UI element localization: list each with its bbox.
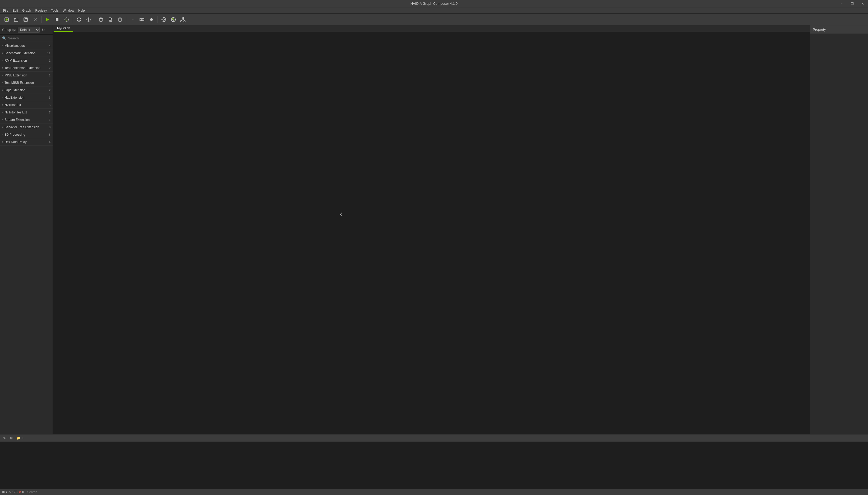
group-by-select[interactable]: Default Category Extension xyxy=(18,27,40,33)
menu-item-registry[interactable]: Registry xyxy=(33,7,49,14)
component-list: ›Miscellaneous4›Benchmark Extension11›RM… xyxy=(0,42,53,434)
list-item-count: 1 xyxy=(49,118,51,121)
main-content: Group by: Default Category Extension ↻ 🔍… xyxy=(0,25,868,434)
list-item-count: 8 xyxy=(49,125,51,129)
menu-item-edit[interactable]: Edit xyxy=(10,7,20,14)
svg-point-40 xyxy=(184,20,185,22)
list-item[interactable]: ›RMM Extension1 xyxy=(0,57,53,64)
svg-rect-4 xyxy=(24,18,27,19)
chevron-right-icon: › xyxy=(2,96,3,99)
graph-tab[interactable]: MyGraph xyxy=(54,25,73,32)
refresh-button[interactable]: ↻ xyxy=(41,27,46,33)
list-item[interactable]: ›TestBenchmarkExtension2 xyxy=(0,64,53,72)
status-count: 178 xyxy=(12,490,17,494)
list-item[interactable]: ›MISB Extension1 xyxy=(0,72,53,79)
title-bar: NVIDIA Graph Composer 4.1.0 − ❐ ✕ xyxy=(0,0,868,7)
menu-item-graph[interactable]: Graph xyxy=(20,7,33,14)
chevron-right-icon: › xyxy=(2,66,3,69)
svg-rect-23 xyxy=(142,18,144,21)
chevron-right-icon: › xyxy=(2,59,3,62)
list-item-count: 3 xyxy=(49,96,51,99)
list-item[interactable]: ›Behavior Tree Extension8 xyxy=(0,123,53,131)
chevron-right-icon: › xyxy=(2,44,3,47)
target1-button[interactable] xyxy=(159,15,169,24)
status-search-input[interactable] xyxy=(27,490,866,494)
status-error-icon: ⊗ xyxy=(18,490,21,494)
search-input[interactable] xyxy=(8,36,52,40)
new-button[interactable] xyxy=(2,15,11,24)
close-button[interactable]: ✕ xyxy=(857,0,868,7)
svg-rect-5 xyxy=(24,20,27,21)
open-button[interactable] xyxy=(12,15,21,24)
bottom-grid-button[interactable]: ⊞ xyxy=(8,435,14,441)
list-item[interactable]: ›Ucx Data Relay4 xyxy=(0,138,53,146)
svg-point-10 xyxy=(65,18,69,21)
bottom-edit-button[interactable]: ✎ xyxy=(2,435,7,441)
group-by-bar: Group by: Default Category Extension ↻ xyxy=(0,25,53,35)
list-item-label: 3D Processing xyxy=(4,133,48,136)
stop-button[interactable] xyxy=(53,15,61,24)
svg-point-26 xyxy=(163,19,165,20)
list-item[interactable]: ›Miscellaneous4 xyxy=(0,42,53,49)
delete-button[interactable] xyxy=(96,15,105,24)
branch-button[interactable] xyxy=(178,15,188,24)
list-item[interactable]: ›3D Processing8 xyxy=(0,131,53,138)
paste-button[interactable] xyxy=(116,15,124,24)
svg-point-39 xyxy=(180,20,182,22)
dot-button[interactable] xyxy=(147,15,156,24)
list-item-label: Miscellaneous xyxy=(4,44,48,48)
list-item-count: 4 xyxy=(49,140,51,143)
ellipsis-button2[interactable] xyxy=(138,15,146,24)
list-item[interactable]: ›Benchmark Extension11 xyxy=(0,49,53,57)
bottom-content xyxy=(0,442,868,489)
search-box: 🔍 xyxy=(0,35,53,42)
download-button[interactable] xyxy=(74,15,84,24)
list-item[interactable]: ›Stream Extension1 xyxy=(0,116,53,123)
upload-button[interactable] xyxy=(84,15,93,24)
list-item-count: 11 xyxy=(47,52,51,55)
bottom-folder-button[interactable]: 📁 xyxy=(15,435,21,441)
bottom-toolbar: ✎ ⊞ 📁 › xyxy=(0,434,868,442)
maximize-button[interactable]: ❐ xyxy=(847,0,857,7)
list-item-label: HttpExtension xyxy=(4,96,48,99)
menu-item-help[interactable]: Help xyxy=(76,7,87,14)
close-graph-button[interactable] xyxy=(31,15,40,24)
separator-4 xyxy=(126,16,126,23)
svg-point-24 xyxy=(150,18,153,21)
svg-rect-19 xyxy=(109,18,111,21)
check-button[interactable] xyxy=(62,15,71,24)
menu-item-window[interactable]: Window xyxy=(60,7,76,14)
list-item-label: GrpcExtension xyxy=(4,88,48,92)
status-asterisk-icon: ✱ xyxy=(2,490,5,494)
list-item[interactable]: ›GrpcExtension2 xyxy=(0,86,53,94)
copy-button[interactable] xyxy=(106,15,115,24)
chevron-right-icon: › xyxy=(2,74,3,77)
minimize-button[interactable]: − xyxy=(836,0,847,7)
save-button[interactable] xyxy=(21,15,30,24)
list-item[interactable]: ›HttpExtension3 xyxy=(0,94,53,101)
graph-canvas[interactable] xyxy=(53,32,810,434)
target2-button[interactable] xyxy=(169,15,178,24)
menu-item-tools[interactable]: Tools xyxy=(49,7,60,14)
list-item-count: 1 xyxy=(49,59,51,62)
bottom-arrow: › xyxy=(22,436,23,440)
window-controls: − ❐ ✕ xyxy=(836,0,868,7)
list-item[interactable]: ›Test MISB Extension2 xyxy=(0,79,53,86)
graph-area: MyGraph xyxy=(53,25,810,434)
list-item-count: 5 xyxy=(49,103,51,106)
list-item[interactable]: ›NvTritonExt5 xyxy=(0,101,53,109)
svg-rect-22 xyxy=(140,18,142,21)
chevron-right-icon: › xyxy=(2,103,3,106)
chevron-right-icon: › xyxy=(2,118,3,121)
svg-rect-21 xyxy=(119,18,121,19)
list-item[interactable]: ›NvTritonTestExt7 xyxy=(0,109,53,116)
list-item-count: 1 xyxy=(49,74,51,77)
status-error-count: 0 xyxy=(22,490,24,494)
list-item-label: Test MISB Extension xyxy=(4,81,48,85)
chevron-right-icon: › xyxy=(2,125,3,129)
list-item-label: NvTritonExt xyxy=(4,103,48,107)
play-button[interactable] xyxy=(43,15,52,24)
ellipsis-button1[interactable]: ··· xyxy=(128,15,137,24)
menu-item-file[interactable]: File xyxy=(1,7,10,14)
svg-rect-15 xyxy=(100,19,102,21)
